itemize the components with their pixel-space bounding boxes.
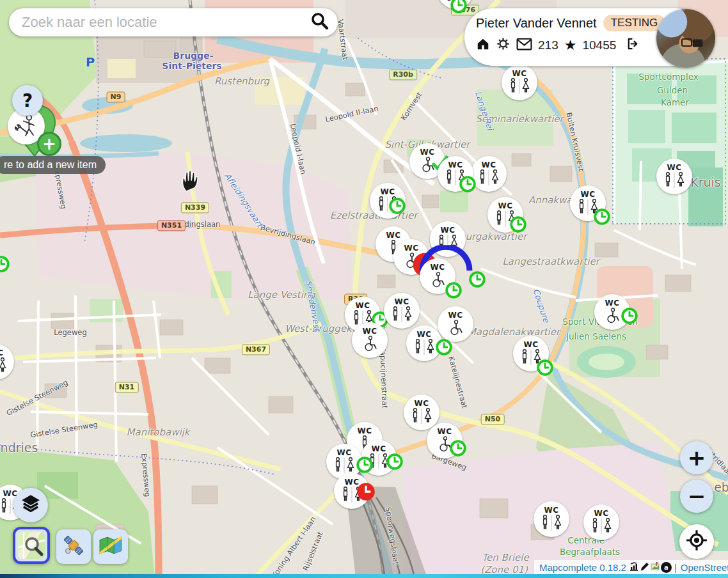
pencil-icon[interactable]	[640, 561, 650, 574]
wc-label: WC	[580, 191, 595, 198]
layers-icon	[20, 494, 41, 517]
wc-label: WC	[430, 263, 445, 271]
basemap-style-osm-button[interactable]	[13, 527, 50, 564]
wc-label: WC	[512, 70, 526, 77]
wc-label: WC	[404, 244, 418, 252]
add-item-plus-button[interactable]: +	[37, 132, 61, 156]
opening-hours-open-badge[interactable]	[436, 339, 453, 356]
wc-label: WC	[336, 449, 351, 457]
opening-hours-open-badge[interactable]	[0, 256, 10, 273]
attribution-bar: Mapcomplete 0.18.2	[534, 560, 728, 575]
toilet-marker[interactable]: WC	[404, 394, 439, 430]
opening-hours-open-badge[interactable]	[445, 282, 463, 299]
wc-label: WC	[605, 299, 619, 307]
layers-button[interactable]	[13, 488, 48, 522]
toilet-marker[interactable]: WC	[656, 159, 692, 194]
geolocate-button[interactable]	[679, 524, 714, 559]
osm-link[interactable]: OpenStreetMap	[681, 562, 728, 573]
wc-label: WC	[594, 510, 608, 517]
testing-badge: TESTING	[603, 15, 666, 31]
toilet-marker[interactable]: WC	[502, 65, 537, 100]
wc-label: WC	[357, 427, 372, 435]
opening-hours-open-badge[interactable]	[450, 0, 468, 14]
zoom-out-button[interactable]: −	[680, 480, 713, 513]
basemap-style-map-button[interactable]	[93, 529, 128, 564]
basemap-style-satellite-button[interactable]	[56, 529, 91, 564]
app-version[interactable]: Mapcomplete 0.18.2	[539, 562, 626, 573]
wc-label: WC	[667, 164, 681, 171]
wc-label: WC	[355, 302, 370, 309]
user-avatar[interactable]	[656, 9, 715, 68]
star-icon: ★	[564, 38, 577, 52]
opening-hours-open-badge[interactable]	[537, 359, 554, 377]
wc-label: WC	[523, 341, 538, 348]
toilet-marker[interactable]: WC	[384, 293, 420, 329]
logout-icon[interactable]	[626, 36, 640, 54]
wc-label: WC	[448, 161, 463, 169]
opening-hours-open-badge[interactable]	[459, 176, 477, 193]
opening-hours-open-badge[interactable]	[469, 271, 486, 288]
wc-label: WC	[380, 188, 395, 196]
hand-cursor-icon	[180, 170, 202, 196]
wc-label: WC	[544, 506, 558, 514]
wc-label: WC	[416, 331, 431, 338]
opening-hours-open-badge[interactable]	[450, 440, 467, 457]
attribution-separator: |	[674, 562, 677, 573]
settings-gear-icon[interactable]	[496, 36, 510, 54]
add-item-tooltip: re to add a new item	[0, 156, 106, 174]
messages-count: 213	[538, 38, 558, 52]
toilet-marker[interactable]: WC	[0, 344, 14, 380]
community-icon[interactable]: a	[661, 562, 672, 573]
wc-label: WC	[498, 202, 512, 210]
search-bar[interactable]	[9, 8, 338, 36]
wc-label: WC	[414, 400, 429, 407]
map-markers-layer: WCWCWCWCWCWCWCWCWCWCWCWCWCWCWCWCWCWCWCWC…	[0, 0, 728, 578]
help-button[interactable]: ?	[12, 85, 43, 116]
opening-hours-open-badge[interactable]	[389, 198, 406, 215]
mapcomplete-app: Brugge-Sint-PietersRustenburgSint-Gillis…	[0, 0, 728, 578]
wc-label: WC	[362, 327, 377, 335]
toilet-marker[interactable]: WC	[438, 306, 473, 342]
zoom-in-button[interactable]: +	[680, 441, 713, 474]
opening-hours-open-badge[interactable]	[356, 457, 374, 474]
messages-envelope-icon[interactable]	[516, 38, 532, 53]
toilet-marker[interactable]: WC	[352, 322, 388, 358]
toilet-marker[interactable]: WC	[583, 504, 619, 540]
opening-hours-open-badge[interactable]	[510, 216, 527, 233]
theme-flag-icon[interactable]	[651, 561, 660, 574]
wc-label: WC	[437, 428, 452, 435]
statistics-icon[interactable]	[629, 561, 639, 574]
toilet-marker[interactable]: WC	[534, 501, 569, 537]
bottom-accent-stripe	[0, 574, 728, 578]
wc-label: WC	[394, 298, 409, 306]
opening-hours-closed-badge[interactable]	[356, 482, 376, 501]
wc-label: WC	[0, 349, 4, 357]
wc-label: WC	[440, 226, 455, 234]
wc-label: WC	[371, 445, 386, 453]
wc-label: WC	[386, 231, 400, 239]
wc-label: WC	[481, 161, 496, 169]
opening-hours-open-badge[interactable]	[621, 308, 638, 325]
home-icon[interactable]	[476, 37, 490, 54]
search-input[interactable]	[20, 13, 310, 31]
crosshair-icon	[686, 529, 708, 554]
osm-map-icon	[18, 532, 45, 559]
satellite-icon	[61, 533, 86, 560]
folded-map-icon	[99, 535, 123, 558]
user-name: Pieter Vander Vennet	[476, 16, 597, 31]
opening-hours-open-badge[interactable]	[386, 453, 404, 471]
stars-count: 10455	[582, 38, 616, 52]
wc-label: WC	[448, 311, 463, 319]
search-icon[interactable]	[310, 11, 330, 34]
opening-hours-open-badge[interactable]	[594, 208, 611, 226]
